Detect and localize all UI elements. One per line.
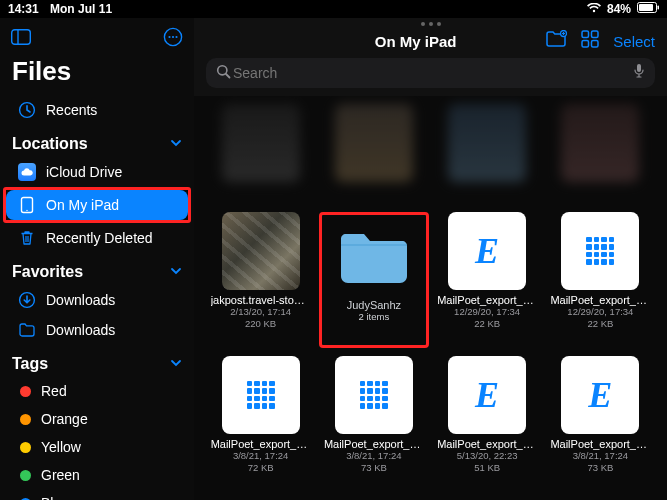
file-name: MailPoet_export_2d1k1...pw4g0: [550, 294, 650, 306]
document-icon: E: [448, 212, 526, 290]
status-time: 14:31: [8, 2, 39, 16]
svg-point-11: [26, 210, 27, 211]
file-size: 22 KB: [587, 318, 613, 330]
spreadsheet-icon: [561, 212, 639, 290]
sidebar-toggle-icon[interactable]: [12, 28, 30, 46]
file-grid[interactable]: jakpost.travel-stone-i...53335 2/13/20, …: [194, 96, 667, 500]
spreadsheet-icon: [222, 356, 300, 434]
file-meta: 5/13/20, 22:23: [457, 450, 518, 462]
sidebar-tag-orange[interactable]: Orange: [6, 405, 188, 433]
search-field[interactable]: [206, 58, 655, 88]
tag-dot-icon: [20, 442, 31, 453]
sidebar-item-label: Recents: [46, 102, 176, 118]
sidebar-item-downloads-2[interactable]: Downloads: [6, 315, 188, 345]
screenshot-callout-border: JudySanhz 2 items: [319, 212, 428, 348]
file-name: MailPoet_export_1fqfiv...iv48f8: [437, 294, 537, 306]
file-item-doc[interactable]: E MailPoet_export_4ayn...r0ock9 5/13/20,…: [433, 356, 542, 492]
app-title: Files: [12, 56, 194, 87]
folder-item[interactable]: JudySanhz 2 items: [324, 217, 423, 323]
chevron-down-icon: [170, 355, 182, 373]
svg-rect-2: [658, 6, 660, 10]
folder-icon: [335, 217, 413, 295]
search-input[interactable]: [231, 64, 633, 82]
file-item[interactable]: [546, 104, 655, 204]
battery-percent: 84%: [607, 2, 631, 16]
sidebar-tag-yellow[interactable]: Yellow: [6, 433, 188, 461]
svg-rect-3: [12, 30, 31, 45]
svg-rect-14: [582, 31, 589, 38]
tag-dot-icon: [20, 386, 31, 397]
chevron-down-icon: [170, 135, 182, 153]
file-name: jakpost.travel-stone-i...53335: [211, 294, 311, 306]
sidebar-item-label: Yellow: [41, 439, 176, 455]
svg-rect-15: [592, 31, 599, 38]
select-button[interactable]: Select: [613, 33, 655, 50]
file-item-doc[interactable]: E MailPoet_export_491ch...dpks4 3/8/21, …: [546, 356, 655, 492]
page-title: On My iPad: [375, 33, 457, 50]
sidebar-tag-blue[interactable]: Blue: [6, 489, 188, 500]
file-item[interactable]: [433, 104, 542, 204]
file-item-doc[interactable]: MailPoet_export_3ddli...80wo0 3/8/21, 17…: [206, 356, 315, 492]
chevron-down-icon: [170, 263, 182, 281]
svg-point-6: [168, 36, 170, 38]
sidebar-tag-green[interactable]: Green: [6, 461, 188, 489]
battery-icon: [637, 2, 659, 16]
more-icon[interactable]: [164, 28, 182, 46]
status-date: Mon Jul 11: [50, 2, 112, 16]
file-item-doc[interactable]: MailPoet_export_3ymh...804w0 3/8/21, 17:…: [319, 356, 428, 492]
search-icon: [216, 64, 231, 83]
document-icon: E: [448, 356, 526, 434]
wifi-icon: [587, 2, 601, 16]
sidebar-tag-red[interactable]: Red: [6, 377, 188, 405]
file-name: JudySanhz: [347, 299, 401, 311]
file-item-doc[interactable]: MailPoet_export_2d1k1...pw4g0 12/29/20, …: [546, 212, 655, 348]
sidebar-item-label: Green: [41, 467, 176, 483]
file-size: 73 KB: [361, 462, 387, 474]
clock-icon: [18, 101, 36, 119]
file-meta: 3/8/21, 17:24: [573, 450, 628, 462]
sidebar-item-downloads[interactable]: Downloads: [6, 285, 188, 315]
file-meta: 12/29/20, 17:34: [567, 306, 633, 318]
icloud-icon: [18, 163, 36, 181]
tag-dot-icon: [20, 414, 31, 425]
section-locations[interactable]: Locations: [0, 125, 194, 157]
folder-icon: [18, 321, 36, 339]
sidebar-item-label: On My iPad: [46, 197, 176, 213]
sidebar-item-recents[interactable]: Recents: [6, 95, 188, 125]
svg-rect-17: [592, 41, 599, 48]
status-bar: 14:31 Mon Jul 11 84%: [0, 0, 667, 18]
file-item-image[interactable]: jakpost.travel-stone-i...53335 2/13/20, …: [206, 212, 315, 348]
sidebar-item-label: Downloads: [46, 292, 176, 308]
file-size: 73 KB: [587, 462, 613, 474]
section-tags[interactable]: Tags: [0, 345, 194, 377]
section-favorites[interactable]: Favorites: [0, 253, 194, 285]
sidebar-item-label: Recently Deleted: [46, 230, 176, 246]
grid-view-icon[interactable]: [581, 30, 599, 52]
svg-point-8: [175, 36, 177, 38]
file-item[interactable]: [206, 104, 315, 204]
tag-dot-icon: [20, 470, 31, 481]
multitask-dots-icon[interactable]: [194, 18, 667, 30]
screenshot-callout-border: On My iPad: [3, 187, 191, 223]
new-folder-icon[interactable]: [545, 30, 567, 52]
file-item-doc[interactable]: E MailPoet_export_1fqfiv...iv48f8 12/29/…: [433, 212, 542, 348]
svg-rect-16: [582, 41, 589, 48]
svg-line-19: [226, 74, 230, 78]
file-item[interactable]: [319, 104, 428, 204]
file-meta: 12/29/20, 17:34: [454, 306, 520, 318]
file-meta: 2 items: [359, 311, 390, 323]
file-meta: 2/13/20, 17:14: [230, 306, 291, 318]
spreadsheet-icon: [335, 356, 413, 434]
sidebar-item-recently-deleted[interactable]: Recently Deleted: [6, 223, 188, 253]
file-name: MailPoet_export_4ayn...r0ock9: [437, 438, 537, 450]
document-icon: E: [561, 356, 639, 434]
download-icon: [18, 291, 36, 309]
sidebar-item-label: Blue: [41, 495, 176, 500]
file-size: 51 KB: [474, 462, 500, 474]
sidebar-item-on-my-ipad[interactable]: On My iPad: [6, 190, 188, 220]
sidebar-item-label: Red: [41, 383, 176, 399]
file-size: 220 KB: [245, 318, 276, 330]
mic-icon[interactable]: [633, 63, 645, 83]
sidebar-item-icloud-drive[interactable]: iCloud Drive: [6, 157, 188, 187]
sidebar-item-label: iCloud Drive: [46, 164, 176, 180]
